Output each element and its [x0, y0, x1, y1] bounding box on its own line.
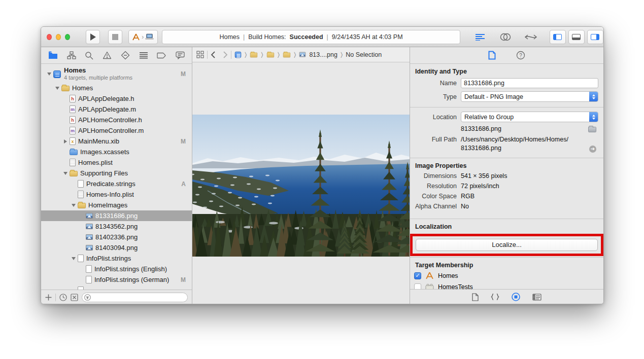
file-row[interactable]: 81403094.png — [41, 242, 192, 253]
breadcrumb-file[interactable]: 813....png — [309, 51, 337, 58]
breadcrumb-project-icon[interactable] — [235, 51, 242, 58]
stepper-icon — [589, 92, 598, 101]
recent-files-filter-icon[interactable] — [59, 294, 67, 301]
scheme-selector[interactable]: › — [128, 30, 158, 44]
issue-navigator-tab[interactable] — [103, 51, 112, 59]
file-row-mainmenu-xib[interactable]: MainMenu.xib M — [41, 136, 192, 147]
minimize-window-button[interactable] — [56, 34, 61, 40]
file-row[interactable]: APLHomeController.m — [41, 125, 192, 136]
disclosure-triangle-icon[interactable] — [53, 87, 61, 90]
choose-location-folder-icon[interactable] — [588, 127, 596, 132]
my-mac-icon — [145, 33, 154, 40]
back-button[interactable] — [211, 51, 216, 58]
stop-button[interactable] — [108, 30, 122, 44]
file-row[interactable]: APLAppDelegate.h — [41, 93, 192, 104]
file-row[interactable]: 81343562.png — [41, 221, 192, 232]
breadcrumb-folder-icon[interactable] — [266, 53, 274, 58]
source-control-filter-icon[interactable] — [71, 294, 78, 301]
group-row-homes[interactable]: Homes — [41, 83, 192, 93]
file-row[interactable]: Homes.plist — [41, 157, 192, 168]
build-label: Build Homes: — [248, 33, 286, 41]
plist-file-icon — [78, 191, 84, 198]
project-navigator-tab[interactable] — [48, 51, 58, 59]
close-window-button[interactable] — [47, 34, 52, 40]
name-field[interactable] — [461, 78, 598, 88]
section-title: Localization — [410, 219, 603, 232]
version-editor-button[interactable] — [518, 30, 544, 44]
toggle-navigator-button[interactable] — [550, 30, 566, 44]
breadcrumb-selection[interactable]: No Selection — [346, 51, 382, 58]
test-navigator-tab[interactable] — [121, 51, 130, 60]
standard-editor-button[interactable] — [467, 30, 493, 44]
breadcrumb-folder-icon[interactable] — [283, 53, 290, 58]
related-items-icon[interactable] — [196, 51, 204, 58]
group-row-homeimages[interactable]: HomeImages — [41, 200, 192, 210]
file-row[interactable]: 81402336.png — [41, 232, 192, 242]
chevron-right-icon: 〉 — [294, 51, 296, 59]
assistant-editor-button[interactable] — [493, 30, 518, 44]
disclosure-triangle-icon[interactable] — [70, 204, 78, 207]
localize-button[interactable]: Localize... — [416, 239, 598, 251]
target-checkbox-checked[interactable]: ✓ — [414, 272, 421, 279]
group-row-supporting-files[interactable]: Supporting Files — [41, 168, 192, 178]
file-row-xcassets[interactable]: Images.xcassets — [41, 147, 192, 157]
disclosure-triangle-icon[interactable] — [61, 139, 70, 143]
toolbar: › Homes | Build Homes: Succeeded | 9/24/… — [41, 27, 603, 47]
group-row-infoplist[interactable]: InfoPlist.strings — [41, 253, 192, 264]
chevron-right-icon: 〉 — [278, 51, 280, 59]
project-row[interactable]: Homes 4 targets, multiple platforms M — [41, 65, 192, 83]
image-file-icon — [86, 213, 93, 219]
toggle-inspector-button[interactable] — [587, 30, 603, 44]
view-toggle-group — [550, 30, 603, 44]
image-file-icon — [86, 234, 93, 240]
app-scheme-icon — [132, 33, 140, 41]
file-template-library-icon[interactable] — [472, 293, 479, 301]
run-button[interactable] — [86, 30, 100, 44]
toggle-debug-area-button[interactable] — [568, 30, 585, 44]
location-dropdown[interactable]: Relative to Group — [461, 112, 598, 122]
find-navigator-tab[interactable] — [85, 51, 93, 60]
file-row[interactable]: APLAppDelegate.m — [41, 104, 192, 115]
quick-help-tab[interactable]: ? — [516, 51, 525, 60]
file-row[interactable]: InfoPlist.strings (German) M — [41, 274, 192, 285]
file-row[interactable]: APLHomeController.h — [41, 115, 192, 125]
activity-viewer: Homes | Build Homes: Succeeded | 9/24/14… — [162, 30, 460, 44]
disclosure-triangle-icon[interactable] — [70, 257, 78, 260]
breakpoint-navigator-tab[interactable] — [157, 52, 166, 59]
forward-button[interactable] — [223, 51, 228, 58]
file-row[interactable]: Predicate.strings A — [41, 178, 192, 189]
add-file-button[interactable] — [45, 294, 52, 301]
row-label: Supporting Files — [80, 169, 128, 177]
file-row[interactable]: Homes-Info.plist — [41, 189, 192, 200]
section-title: Target Membership — [410, 258, 603, 270]
type-dropdown[interactable]: Default - PNG Image — [461, 91, 598, 102]
project-icon — [53, 70, 61, 78]
open-in-finder-arrow-icon[interactable]: ➔ — [589, 146, 596, 153]
report-navigator-tab[interactable] — [176, 51, 185, 59]
source-control-badge: M — [181, 276, 186, 283]
dimensions-value: 541 × 356 pixels — [461, 172, 507, 180]
project-navigator-pane: Homes 4 targets, multiple platforms M Ho… — [41, 47, 192, 304]
symbol-navigator-tab[interactable] — [67, 51, 76, 59]
media-library-icon[interactable] — [532, 294, 541, 301]
debug-navigator-tab[interactable] — [139, 52, 148, 59]
folder-icon — [78, 203, 86, 208]
file-inspector-tab[interactable] — [488, 51, 496, 60]
breadcrumb-folder-icon[interactable] — [250, 53, 257, 58]
partially-hidden-row — [41, 285, 192, 290]
disclosure-triangle-icon[interactable] — [61, 172, 70, 175]
object-library-icon[interactable] — [512, 293, 520, 301]
file-row-selected-png[interactable]: 81331686.png — [41, 210, 192, 221]
full-path-value: /Users/nancy/Desktop/Homes/Homes/ 813316… — [461, 135, 568, 153]
disclosure-triangle-icon[interactable] — [45, 73, 53, 76]
code-snippet-library-icon[interactable] — [491, 293, 499, 301]
divider — [55, 294, 56, 301]
target-row-homes[interactable]: ✓ Homes — [410, 270, 603, 281]
file-row[interactable]: InfoPlist.strings (English) — [41, 264, 192, 274]
chevron-right-icon: 〉 — [245, 51, 247, 59]
library-bar — [410, 289, 603, 304]
zoom-window-button[interactable] — [65, 34, 70, 40]
filter-input[interactable] — [82, 293, 188, 302]
alpha-value: No — [461, 203, 469, 210]
chevron-right-icon: 〉 — [341, 51, 343, 59]
